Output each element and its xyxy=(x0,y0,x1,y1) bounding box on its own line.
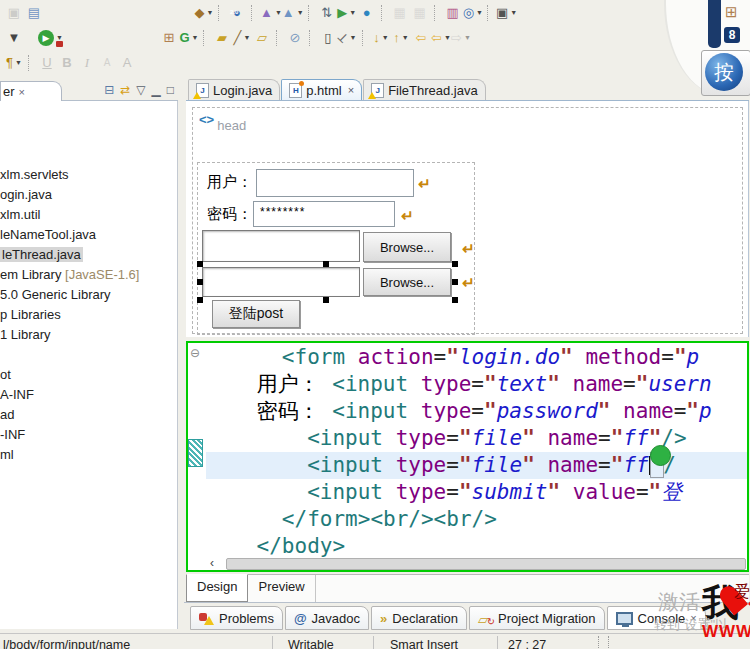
run-dropdown-icon[interactable]: ▼ xyxy=(56,34,63,41)
gwt-compile-dropdown-icon[interactable]: ▼ xyxy=(192,34,199,41)
tree-item[interactable]: leThread.java xyxy=(0,245,177,265)
tree-item[interactable]: ot xyxy=(0,365,177,385)
collapse-all-icon[interactable]: ⊟ xyxy=(104,82,114,98)
mark-occurrences-dropdown-icon[interactable]: ▼ xyxy=(15,59,22,66)
close-icon[interactable]: × xyxy=(690,612,696,624)
myeclipse-wizard-icon[interactable]: ▲▼ xyxy=(260,3,282,23)
internet-globe-icon[interactable]: ● xyxy=(357,3,377,23)
build-hammer-icon[interactable]: Τ▼ xyxy=(338,28,358,48)
scrollbar-thumb[interactable] xyxy=(226,558,746,570)
view-menu-icon[interactable]: ▽ xyxy=(136,82,145,98)
selection-handle[interactable] xyxy=(452,297,458,303)
selection-handle[interactable] xyxy=(323,261,329,267)
run-server-dropdown-icon[interactable]: ▼ xyxy=(349,9,356,16)
back-icon[interactable]: ⇦▼ xyxy=(431,28,451,48)
forward-dropdown-icon[interactable]: ▼ xyxy=(464,34,471,41)
open-perspective-icon[interactable]: ⊞ xyxy=(725,3,738,21)
spelling-disabled-icon[interactable]: ⊘ xyxy=(285,28,305,48)
maximize-view-icon[interactable]: □ xyxy=(167,82,174,98)
code-line[interactable]: </body> xyxy=(206,533,747,560)
screenshot-camera-dropdown-icon[interactable]: ▼ xyxy=(510,9,517,16)
web-report-dropdown-icon[interactable]: ▼ xyxy=(476,9,483,16)
source-pane[interactable]: ⊖ <form action="login.do" method="p 用户： … xyxy=(186,341,749,572)
mark-occurrences-icon[interactable]: ¶▼ xyxy=(4,53,24,73)
new-web-wizard-dropdown-icon[interactable]: ▼ xyxy=(207,9,214,16)
checkout-download-icon[interactable]: ↓▼ xyxy=(371,28,391,48)
gwt-compile-icon[interactable]: G▼ xyxy=(179,28,199,48)
tree-item[interactable]: p Libraries xyxy=(0,305,177,325)
tab-preview[interactable]: Preview xyxy=(248,575,315,602)
open-folder-icon[interactable]: ▱ xyxy=(252,28,272,48)
new-report-icon[interactable]: ▥ xyxy=(443,3,463,23)
browse-button-2[interactable]: Browse... xyxy=(363,268,451,296)
tree-item[interactable]: 5.0 Generic Library xyxy=(0,285,177,305)
tree-item[interactable]: em Library [JavaSE-1.6] xyxy=(0,265,177,285)
tree-item[interactable]: ogin.java xyxy=(0,185,177,205)
browse-button-1[interactable]: Browse... xyxy=(363,232,451,262)
username-input[interactable] xyxy=(256,169,414,197)
myeclipse-wizard-dropdown-icon[interactable]: ▼ xyxy=(275,9,282,16)
selection-handle[interactable] xyxy=(452,261,458,267)
web-project-wizard-dropdown-icon[interactable]: ▼ xyxy=(297,9,304,16)
tab-design[interactable]: Design xyxy=(186,574,248,602)
tree-item[interactable]: -INF xyxy=(0,425,177,445)
code-line[interactable]: </form><br/><br/> xyxy=(206,506,747,533)
tree-item[interactable]: 1 Library xyxy=(0,325,177,345)
view-tab-problems[interactable]: Problems xyxy=(190,606,283,630)
overflow-chevron-icon[interactable]: ▼ xyxy=(4,28,24,48)
submit-button[interactable]: 登陆post xyxy=(212,300,300,328)
head-element[interactable]: <> head xyxy=(199,112,246,133)
struts-perspective-icon[interactable]: 8 xyxy=(724,27,740,43)
back-annotated-icon[interactable]: ⇦ xyxy=(411,28,431,48)
new-web-wizard-icon[interactable]: ◆▼ xyxy=(194,3,214,23)
selection-handle[interactable] xyxy=(197,279,203,285)
package-explorer-tab[interactable]: er× xyxy=(0,81,62,103)
tree-item[interactable]: xlm.util xyxy=(0,205,177,225)
sphere-app-button[interactable]: 按 xyxy=(701,50,750,96)
selection-handle[interactable] xyxy=(323,297,329,303)
view-tab-project-migration[interactable]: ▱↻Project Migration xyxy=(469,606,605,630)
password-input[interactable]: ******** xyxy=(253,201,395,227)
tree-item[interactable]: ml xyxy=(0,445,177,465)
code-line[interactable]: <form action="login.do" method="p xyxy=(206,344,747,371)
bug-folder-icon[interactable]: ▰ xyxy=(212,28,232,48)
screenshot-camera-icon[interactable]: ▣▼ xyxy=(496,3,517,23)
back-dropdown-icon[interactable]: ▼ xyxy=(444,34,451,41)
print-icon[interactable]: ▤ xyxy=(24,3,44,23)
minimize-view-icon[interactable]: ▁ xyxy=(152,82,161,98)
tree-item[interactable] xyxy=(0,345,177,365)
mobile-run-icon[interactable]: ▯ xyxy=(318,28,338,48)
scroll-left-icon[interactable]: ‹ xyxy=(210,556,214,570)
run-server-icon[interactable]: ▶▼ xyxy=(337,3,357,23)
tree-item[interactable]: xlm.servlets xyxy=(0,165,177,185)
pencil-tool-dropdown-icon[interactable]: ▼ xyxy=(243,34,250,41)
tree-item[interactable]: ad xyxy=(0,405,177,425)
editor-tab-filethread-java[interactable]: JFileThread.java xyxy=(363,79,486,100)
run-icon[interactable]: ▶▼ xyxy=(38,28,63,48)
sync-deploy-server-icon[interactable]: ⇅ xyxy=(317,3,337,23)
pencil-tool-icon[interactable]: ╱▼ xyxy=(232,28,252,48)
horizontal-scrollbar[interactable]: ‹ xyxy=(188,557,747,570)
file-input-1[interactable] xyxy=(202,230,360,262)
editor-tab-login-java[interactable]: JLogin.java xyxy=(188,79,280,100)
close-icon[interactable]: × xyxy=(19,86,25,98)
tree-item[interactable]: A-INF xyxy=(0,385,177,405)
web-project-wizard-icon[interactable]: ▲▼ xyxy=(282,3,304,23)
selection-handle[interactable] xyxy=(197,297,203,303)
view-tab-console[interactable]: Console× xyxy=(607,606,706,630)
link-with-editor-icon[interactable]: ⇄ xyxy=(120,82,130,98)
selection-handle[interactable] xyxy=(452,279,458,285)
code-line[interactable]: 密码： <input type="password" name="p xyxy=(206,398,747,425)
editor-tab-p-html[interactable]: Hp.html× xyxy=(281,79,362,100)
selection-handle[interactable] xyxy=(197,261,203,267)
commit-upload-dropdown-icon[interactable]: ▼ xyxy=(402,34,409,41)
close-icon[interactable]: × xyxy=(348,84,354,96)
code-line[interactable]: <input type="submit" value="登 xyxy=(206,479,747,506)
web-report-icon[interactable]: ◎▼ xyxy=(463,3,483,23)
checkout-download-dropdown-icon[interactable]: ▼ xyxy=(382,34,389,41)
tree-item[interactable]: leNameTool.java xyxy=(0,225,177,245)
code-line[interactable]: 用户： <input type="text" name="usern xyxy=(206,371,747,398)
file-input-2-selected[interactable] xyxy=(202,267,360,297)
view-tab-javadoc[interactable]: @Javadoc xyxy=(285,606,369,630)
view-tab-declaration[interactable]: »Declaration xyxy=(371,606,467,630)
